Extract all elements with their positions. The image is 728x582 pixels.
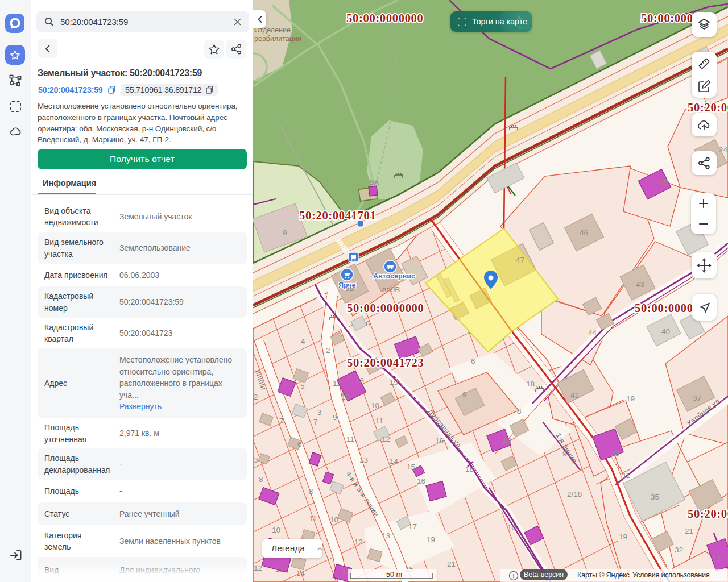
svg-text:10: 10: [507, 523, 516, 532]
svg-text:2: 2: [326, 346, 330, 355]
svg-text:3: 3: [254, 456, 258, 464]
svg-text:6: 6: [471, 357, 475, 365]
svg-text:32: 32: [675, 546, 683, 554]
svg-text:5: 5: [300, 382, 305, 390]
svg-text:47: 47: [516, 256, 524, 264]
svg-text:6: 6: [297, 440, 302, 448]
svg-text:12: 12: [254, 564, 262, 572]
svg-text:37: 37: [693, 394, 701, 402]
svg-text:7: 7: [313, 418, 318, 426]
svg-text:11: 11: [375, 417, 383, 425]
svg-text:14: 14: [503, 436, 512, 444]
svg-text:19: 19: [619, 533, 627, 541]
svg-text:10: 10: [341, 393, 350, 401]
svg-text:15: 15: [407, 463, 415, 471]
svg-text:8: 8: [259, 475, 263, 484]
svg-text:10: 10: [371, 401, 379, 410]
svg-text:35: 35: [651, 493, 659, 501]
svg-text:21: 21: [447, 560, 456, 568]
svg-text:50:20:0041723: 50:20:0041723: [347, 356, 424, 369]
svg-text:11: 11: [346, 435, 354, 443]
svg-text:46: 46: [580, 228, 588, 237]
svg-text:i: i: [512, 572, 514, 579]
svg-text:45: 45: [660, 178, 668, 187]
svg-text:17: 17: [408, 522, 417, 531]
svg-text:41: 41: [570, 391, 579, 400]
svg-text:9: 9: [283, 228, 287, 237]
svg-text:38: 38: [611, 449, 619, 458]
svg-text:19: 19: [390, 378, 398, 386]
svg-text:10: 10: [330, 516, 338, 524]
svg-text:16: 16: [435, 436, 444, 445]
svg-text:50:00:0000: 50:00:0000: [635, 302, 693, 314]
svg-text:12: 12: [333, 379, 341, 388]
svg-text:Ярче!: Ярче!: [338, 281, 358, 289]
svg-text:13: 13: [359, 456, 368, 464]
svg-text:2/18: 2/18: [567, 490, 582, 498]
svg-text:13: 13: [355, 376, 364, 385]
svg-text:7: 7: [279, 417, 284, 425]
svg-text:9: 9: [333, 413, 337, 422]
svg-text:2: 2: [254, 393, 258, 401]
svg-text:12: 12: [382, 435, 390, 443]
svg-text:44: 44: [588, 329, 597, 337]
svg-text:11: 11: [309, 514, 317, 523]
svg-text:19: 19: [626, 394, 635, 403]
svg-text:8: 8: [517, 407, 522, 415]
svg-text:18: 18: [526, 380, 535, 388]
svg-text:43: 43: [636, 280, 644, 289]
svg-text:13: 13: [275, 565, 284, 573]
svg-text:9А: 9А: [370, 178, 379, 186]
svg-text:6: 6: [366, 319, 370, 328]
svg-text:19: 19: [427, 535, 435, 544]
svg-text:50:20:000: 50:20:000: [688, 508, 728, 520]
svg-text:14: 14: [296, 569, 305, 577]
svg-text:9: 9: [462, 390, 467, 399]
svg-text:50:20:0041701: 50:20:0041701: [299, 209, 377, 222]
svg-text:реабилитации: реабилитации: [254, 35, 301, 43]
svg-text:24: 24: [719, 146, 728, 154]
svg-text:22: 22: [712, 555, 721, 563]
svg-text:11: 11: [622, 471, 630, 480]
svg-text:16: 16: [417, 477, 425, 485]
svg-text:4: 4: [301, 337, 305, 346]
svg-text:13: 13: [382, 531, 390, 540]
svg-text:50:00:0000000: 50:00:0000000: [346, 12, 424, 24]
svg-text:Автосервис: Автосервис: [373, 272, 415, 280]
svg-text:вл9В: вл9В: [382, 285, 400, 294]
svg-text:8: 8: [309, 487, 313, 496]
svg-text:40: 40: [661, 327, 670, 336]
svg-text:18: 18: [465, 465, 474, 473]
svg-text:10: 10: [272, 526, 280, 534]
svg-text:50:00:0000000: 50:00:0000000: [347, 302, 424, 314]
svg-text:50:20:000: 50:20:000: [688, 101, 728, 114]
svg-text:21: 21: [685, 527, 693, 535]
svg-text:50 m: 50 m: [386, 571, 402, 579]
svg-text:3: 3: [317, 408, 322, 417]
svg-text:12: 12: [354, 538, 363, 546]
svg-text:14: 14: [390, 457, 399, 465]
